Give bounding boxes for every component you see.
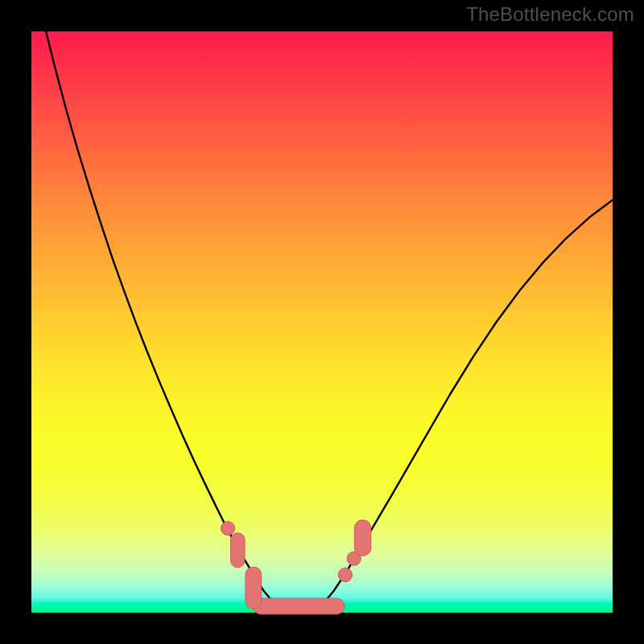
curve-left-curve (31, 0, 275, 605)
bottleneck-curve (31, 0, 613, 609)
plot-area (31, 31, 613, 613)
marker-dot (338, 568, 352, 581)
marker-dot (221, 522, 234, 535)
marker-group (221, 522, 362, 606)
curve-layer (31, 31, 613, 613)
chart-stage: TheBottleneck.com (0, 0, 644, 644)
watermark-text: TheBottleneck.com (466, 3, 634, 26)
